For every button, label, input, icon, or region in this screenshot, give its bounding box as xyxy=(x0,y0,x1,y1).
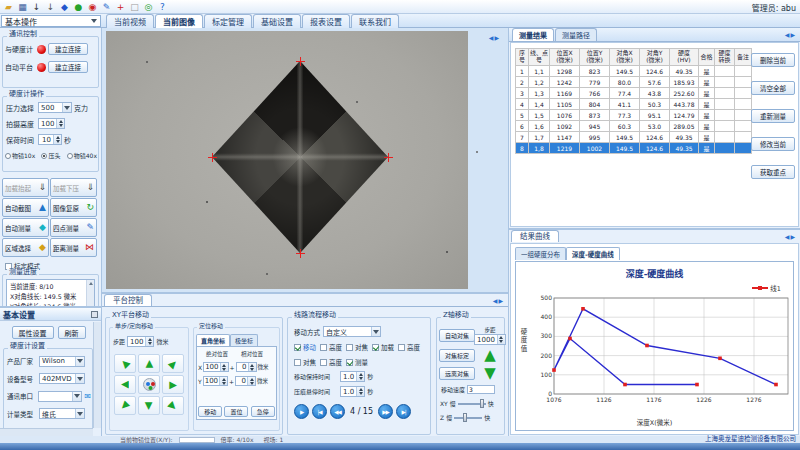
action-button[interactable]: 自动测量 ◆ xyxy=(2,218,49,237)
z-down-button[interactable]: ▼ xyxy=(484,366,496,381)
speed-slider[interactable] xyxy=(458,399,486,408)
turret-radio[interactable]: 物镜40x xyxy=(67,151,97,160)
nav-tab[interactable]: 联系我们 xyxy=(351,14,399,28)
results-action-button[interactable]: 重新测量 xyxy=(751,109,795,123)
rel-position-stepper[interactable]: 0 xyxy=(235,376,256,386)
pen-icon[interactable]: ✎ xyxy=(100,1,113,13)
auto-focus-button[interactable]: 自动对焦 xyxy=(439,329,475,342)
field-select[interactable]: 402MVD xyxy=(39,373,85,384)
action-button[interactable]: 区域选择 ◆ xyxy=(2,238,49,257)
calibration-icon[interactable]: ◆ xyxy=(58,1,71,13)
flow-step-checkbox[interactable]: 高度 xyxy=(320,357,342,367)
force-select[interactable]: 500 xyxy=(38,102,72,113)
abs-position-stepper[interactable]: 100 xyxy=(203,362,228,372)
action-button[interactable]: 加载抬起 ⇓ xyxy=(2,178,49,197)
last-button[interactable]: ▶| xyxy=(396,404,411,419)
table-row[interactable]: 51,5107687377.395.1124.79是 xyxy=(516,110,752,121)
move-down-right-button[interactable]: ▶ xyxy=(162,396,184,415)
action-button[interactable]: 加载下压 ⇓ xyxy=(50,178,97,197)
move-left-button[interactable]: ▶ xyxy=(114,375,136,394)
nav-tab[interactable]: 报表设置 xyxy=(302,14,350,28)
results-action-button[interactable]: 删除当前 xyxy=(751,53,795,67)
help-icon[interactable]: ? xyxy=(156,1,169,13)
table-row[interactable]: 11,11298823149.5124.649.35是 xyxy=(516,66,752,77)
column-header[interactable]: 对角Y (微米) xyxy=(640,49,670,66)
column-header[interactable]: 合格 xyxy=(699,49,715,66)
position-action-button[interactable]: 移动 xyxy=(198,406,222,417)
export-image-icon[interactable]: ↓ xyxy=(44,1,57,13)
curve-panel-tab[interactable]: 结果曲线 xyxy=(511,230,559,242)
curve-tab[interactable]: 深度-硬度曲线 xyxy=(566,247,620,260)
results-action-button[interactable]: 修改当前 xyxy=(751,137,795,151)
speed-input[interactable]: 3 xyxy=(467,385,495,394)
flow-step-checkbox[interactable]: 测量 xyxy=(346,357,368,367)
nav-tab[interactable]: 当前图像 xyxy=(155,14,203,28)
connect-button[interactable]: 建立连接 xyxy=(48,43,88,55)
coordinate-tab[interactable]: 直角坐标 xyxy=(196,334,230,346)
action-button[interactable]: 自动截图 ▲ xyxy=(2,198,49,217)
nav-tab[interactable]: 基础设置 xyxy=(253,14,301,28)
rel-position-stepper[interactable]: 0 xyxy=(236,362,257,372)
column-header[interactable]: 位置X (微米) xyxy=(550,49,580,66)
next-button[interactable]: ▶▶ xyxy=(378,404,393,419)
field-select[interactable]: Wilson xyxy=(39,356,85,367)
settings-button[interactable]: 属性设置 xyxy=(12,326,54,339)
flow-step-checkbox[interactable]: 移动 xyxy=(294,342,316,352)
nav-tab[interactable]: 当前视频 xyxy=(106,14,154,28)
horizontal-scrollbar[interactable] xyxy=(0,428,93,436)
panel-select-dropdown[interactable]: 基本操作 xyxy=(1,15,101,27)
position-action-button[interactable]: 急停 xyxy=(251,406,275,417)
microscope-image[interactable] xyxy=(106,31,468,289)
flow-step-checkbox[interactable]: 高度 xyxy=(320,342,342,352)
window-icon[interactable]: □ xyxy=(128,1,141,13)
flow-step-checkbox[interactable]: 对焦 xyxy=(294,357,316,367)
pause-time-stepper[interactable]: 1.0 xyxy=(340,386,365,397)
move-down-button[interactable]: ▶ xyxy=(138,396,160,415)
curve-tab[interactable]: 一组硬度分布 xyxy=(515,247,566,260)
capture-height-stepper[interactable]: 100 xyxy=(38,118,65,129)
flow-step-checkbox[interactable]: 高度 xyxy=(398,342,420,352)
move-up-right-button[interactable]: ▶ xyxy=(162,354,184,373)
abs-position-stepper[interactable]: 100 xyxy=(203,376,228,386)
action-button[interactable]: 图像复原 ↻ xyxy=(50,198,97,217)
panel-collapse-arrows[interactable]: ◀▶ xyxy=(785,233,796,240)
z-step-stepper[interactable]: 1000 xyxy=(474,334,506,345)
vertical-scrollbar[interactable] xyxy=(93,322,101,428)
first-button[interactable]: |◀ xyxy=(312,404,327,419)
save-icon[interactable]: ▦ xyxy=(16,1,29,13)
results-tab[interactable]: 测量结果 xyxy=(512,28,554,41)
z-up-button[interactable]: ▲ xyxy=(484,348,496,363)
column-header[interactable]: 备注 xyxy=(735,49,752,66)
step-stepper[interactable]: 100 xyxy=(127,336,154,347)
speed-slider[interactable] xyxy=(454,413,482,422)
field-select[interactable] xyxy=(38,391,82,402)
dwell-time-stepper[interactable]: 10 xyxy=(38,134,62,145)
play-button[interactable]: ▶ xyxy=(294,404,309,419)
turret-radio[interactable]: 压头 xyxy=(41,151,60,160)
panel-collapse-arrows[interactable]: ◀▶ xyxy=(489,34,500,41)
table-row[interactable]: 21,2124277980.057.6185.93是 xyxy=(516,77,752,88)
column-header[interactable]: 线、点 号 xyxy=(529,49,550,66)
prev-button[interactable]: ◀◀ xyxy=(330,404,345,419)
settings-button[interactable]: 刷新 xyxy=(58,326,86,339)
table-row[interactable]: 61,6109294560.353.0289.05是 xyxy=(516,121,752,132)
table-row[interactable]: 71,71147995149.5124.649.35是 xyxy=(516,132,752,143)
action-button[interactable]: 距离测量 ⋈ xyxy=(50,238,97,257)
auto-run-icon[interactable]: ● xyxy=(72,1,85,13)
focus-calibration-button[interactable]: 对焦标定 xyxy=(439,349,475,362)
capture-icon[interactable]: ◉ xyxy=(86,1,99,13)
move-down-left-button[interactable]: ▶ xyxy=(114,396,136,415)
connect-button[interactable]: 建立连接 xyxy=(48,61,88,73)
flow-step-checkbox[interactable]: 对焦 xyxy=(346,342,368,352)
column-header[interactable]: 硬度 (HV) xyxy=(670,49,699,66)
column-header[interactable]: 硬度 转换 xyxy=(715,49,735,66)
results-action-button[interactable]: 清空全部 xyxy=(751,81,795,95)
results-tab[interactable]: 测量路径 xyxy=(555,28,597,41)
turret-radio[interactable]: 物镜10x xyxy=(5,151,35,160)
panel-collapse-arrows[interactable]: ◀▶ xyxy=(785,31,796,38)
status-input[interactable] xyxy=(179,437,215,443)
move-up-left-button[interactable]: ▶ xyxy=(114,354,136,373)
column-header[interactable]: 位置Y (微米) xyxy=(580,49,610,66)
table-row[interactable]: 41,4110580441.150.3443.78是 xyxy=(516,99,752,110)
camera-icon[interactable]: ◎ xyxy=(142,1,155,13)
